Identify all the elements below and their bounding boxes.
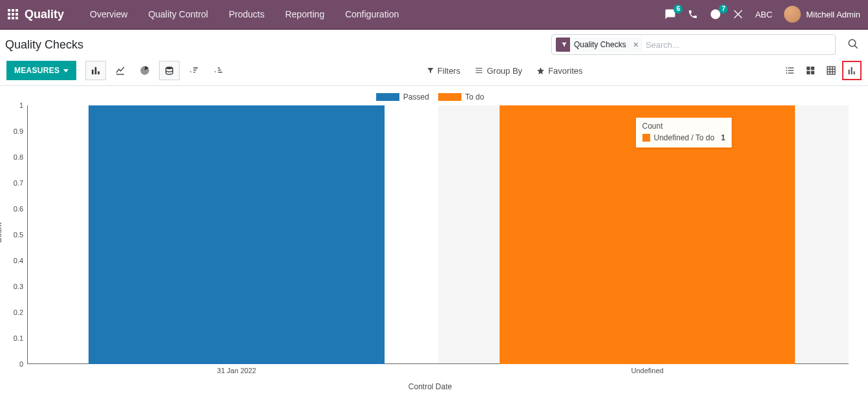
legend-label: To do [465,92,484,102]
y-axis-title: Count [0,222,3,243]
pivot-view-button[interactable] [821,61,841,80]
y-tick: 0.9 [14,127,23,135]
y-tick: 0.6 [14,205,23,213]
svg-line-10 [854,45,858,49]
legend-swatch-icon [376,93,399,101]
tooltip-value: 1 [721,133,725,142]
x-tick: 31 Jan 2022 [217,367,257,374]
svg-rect-15 [476,68,482,69]
svg-rect-19 [788,67,794,68]
groupby-dropdown[interactable]: Group By [474,66,522,76]
search-options: Filters Group By Favorites [229,66,780,76]
chart-plot[interactable]: 0 0.1 0.2 0.3 0.4 0.5 0.6 0.7 0.8 0.9 1 … [27,105,849,364]
caret-down-icon [63,69,69,72]
chart-tooltip: Count Undefined / To do 1 [635,117,733,148]
legend-item-todo[interactable]: To do [438,92,484,102]
sort-asc-button[interactable] [208,61,229,80]
svg-rect-26 [807,71,810,74]
list-view-button[interactable] [780,61,799,80]
x-axis-title: Control Date [5,382,855,391]
facet-value: Quality Checks [570,38,630,52]
svg-rect-35 [854,71,855,74]
svg-rect-21 [788,70,794,70]
tooltip-label: Undefined / To do [654,133,715,142]
graph-view-button[interactable] [842,61,862,80]
search-input[interactable] [646,40,831,50]
y-tick: 1 [19,102,23,109]
phone-icon[interactable] [688,9,698,19]
bar-chart-button[interactable] [85,61,106,80]
activities-icon[interactable]: 7 [710,8,721,20]
svg-rect-11 [92,70,94,74]
y-tick: 0.7 [14,179,23,187]
groupby-label: Group By [487,66,522,76]
svg-rect-2 [16,9,18,12]
svg-rect-33 [849,70,850,74]
search-icon[interactable] [845,36,862,54]
y-tick: 0.5 [14,231,23,239]
sort-desc-button[interactable] [184,61,204,80]
svg-point-14 [166,67,173,69]
chart-legend: Passed To do [5,92,855,102]
svg-rect-27 [811,71,814,74]
line-chart-button[interactable] [110,61,131,80]
svg-rect-3 [8,13,10,16]
nav-link-quality-control[interactable]: Quality Control [138,0,218,29]
company-switcher[interactable]: ABC [755,10,772,19]
breadcrumb: Quality Checks [4,38,83,52]
activities-badge: 7 [719,5,728,14]
search-facet: Quality Checks × [556,38,642,52]
measures-label: MEASURES [14,66,59,75]
nav-right: 6 7 ABC Mitchell Admin [664,6,860,23]
user-name: Mitchell Admin [806,10,860,19]
bar-passed-31jan[interactable] [89,105,385,364]
user-menu[interactable]: Mitchell Admin [784,6,860,23]
x-tick: Undefined [631,367,664,374]
y-tick: 0.8 [14,153,23,161]
svg-rect-16 [476,70,482,71]
y-tick: 0.3 [14,283,23,290]
svg-rect-20 [786,70,787,70]
svg-rect-12 [95,67,97,74]
svg-rect-28 [827,67,835,74]
debug-icon[interactable] [733,9,743,19]
tooltip-title: Count [642,122,726,131]
remove-facet-button[interactable]: × [630,38,642,52]
measures-button[interactable]: MEASURES [6,61,76,80]
nav-link-products[interactable]: Products [218,0,275,29]
favorites-label: Favorites [548,66,582,76]
y-tick: 0.2 [14,308,23,316]
pie-chart-button[interactable] [134,61,155,80]
y-tick: 0.1 [14,334,23,342]
filter-icon [558,41,570,48]
svg-rect-23 [788,72,794,73]
svg-rect-8 [16,17,18,19]
chart-pane: Count Passed To do 0 0.1 0.2 0.3 0.4 0.5… [0,86,868,399]
chart-type-buttons [85,61,229,80]
search-bar[interactable]: Quality Checks × [551,34,836,55]
nav-link-configuration[interactable]: Configuration [335,0,409,29]
y-tick: 0 [19,360,23,368]
favorites-dropdown[interactable]: Favorites [536,66,582,76]
view-switcher [780,61,862,80]
svg-rect-17 [476,72,482,73]
messaging-icon[interactable]: 6 [664,8,676,20]
nav-link-overview[interactable]: Overview [79,0,138,29]
kanban-view-button[interactable] [801,61,820,80]
legend-item-passed[interactable]: Passed [376,92,429,102]
svg-rect-5 [16,13,18,16]
x-axis: 31 Jan 2022 Undefined [27,364,849,378]
y-axis: 0 0.1 0.2 0.3 0.4 0.5 0.6 0.7 0.8 0.9 1 [5,105,27,364]
svg-rect-18 [786,67,787,68]
y-tick: 0.4 [14,257,23,264]
filters-dropdown[interactable]: Filters [427,66,460,76]
svg-rect-7 [12,17,14,19]
svg-rect-22 [786,72,787,73]
app-brand[interactable]: Quality [25,8,64,21]
svg-rect-1 [12,9,14,12]
apps-icon[interactable] [8,9,18,19]
svg-rect-13 [98,71,100,74]
nav-link-reporting[interactable]: Reporting [275,0,335,29]
svg-rect-0 [8,9,10,12]
stacked-button[interactable] [159,61,180,80]
